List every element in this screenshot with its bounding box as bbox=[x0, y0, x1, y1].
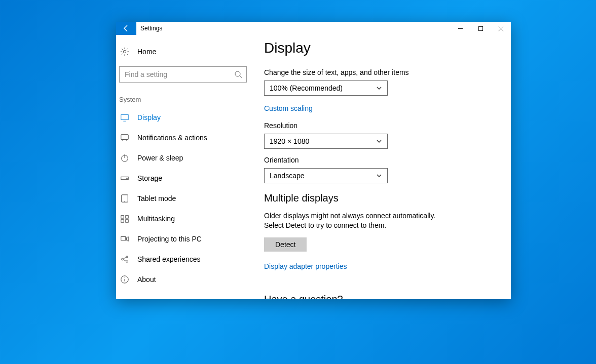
search-icon bbox=[234, 70, 242, 78]
sidebar-item-tablet[interactable]: Tablet mode bbox=[119, 188, 251, 209]
gear-icon bbox=[120, 47, 129, 56]
sidebar-item-projecting[interactable]: Projecting to this PC bbox=[119, 229, 251, 249]
multitasking-icon bbox=[120, 214, 129, 223]
svg-rect-11 bbox=[121, 220, 124, 222]
sidebar-item-shared[interactable]: Shared experiences bbox=[119, 249, 251, 269]
adapter-link[interactable]: Display adapter properties bbox=[264, 262, 347, 270]
chevron-down-icon bbox=[376, 138, 382, 144]
content-pane: Display Change the size of text, apps, a… bbox=[254, 35, 511, 299]
svg-rect-3 bbox=[121, 115, 128, 120]
power-icon bbox=[120, 153, 129, 163]
sidebar-item-label: About bbox=[137, 275, 156, 284]
page-title: Display bbox=[264, 40, 499, 56]
minimize-icon bbox=[458, 26, 463, 31]
sidebar-item-label: Storage bbox=[137, 174, 162, 182]
storage-icon bbox=[120, 174, 129, 183]
sidebar: Home System Display Notifications & acti… bbox=[116, 35, 254, 299]
svg-rect-9 bbox=[121, 216, 124, 218]
sidebar-item-label: Tablet mode bbox=[137, 194, 176, 203]
notifications-icon bbox=[120, 133, 129, 142]
sidebar-item-storage[interactable]: Storage bbox=[119, 168, 251, 188]
orientation-label: Orientation bbox=[264, 156, 499, 164]
detect-button[interactable]: Detect bbox=[264, 237, 307, 252]
svg-rect-13 bbox=[121, 237, 126, 240]
svg-point-1 bbox=[123, 50, 126, 53]
section-label: System bbox=[119, 96, 251, 103]
svg-point-16 bbox=[126, 261, 128, 263]
multiple-displays-heading: Multiple displays bbox=[264, 192, 499, 204]
shared-icon bbox=[120, 255, 129, 264]
window-title: Settings bbox=[136, 22, 450, 35]
chevron-down-icon bbox=[376, 173, 382, 179]
search-box[interactable] bbox=[119, 66, 247, 83]
scale-dropdown[interactable]: 100% (Recommended) bbox=[264, 80, 388, 96]
display-icon bbox=[120, 113, 129, 122]
orientation-dropdown[interactable]: Landscape bbox=[264, 168, 388, 183]
svg-point-15 bbox=[126, 256, 128, 258]
sidebar-item-label: Shared experiences bbox=[137, 255, 201, 263]
close-icon bbox=[498, 26, 504, 31]
projecting-icon bbox=[120, 234, 129, 244]
resolution-dropdown[interactable]: 1920 × 1080 bbox=[264, 134, 388, 149]
resolution-value: 1920 × 1080 bbox=[270, 137, 309, 145]
home-label: Home bbox=[137, 48, 156, 56]
sidebar-item-label: Display bbox=[137, 113, 161, 122]
sidebar-item-label: Projecting to this PC bbox=[137, 235, 202, 243]
chevron-down-icon bbox=[376, 85, 382, 91]
back-button[interactable] bbox=[116, 22, 136, 35]
svg-rect-10 bbox=[126, 216, 128, 218]
body-area: Home System Display Notifications & acti… bbox=[116, 35, 511, 299]
svg-rect-0 bbox=[478, 26, 482, 30]
settings-window: Settings Home System bbox=[116, 22, 511, 299]
sidebar-item-label: Notifications & actions bbox=[137, 134, 207, 142]
sidebar-item-power[interactable]: Power & sleep bbox=[119, 148, 251, 168]
window-controls bbox=[450, 22, 511, 35]
maximize-button[interactable] bbox=[470, 22, 491, 35]
maximize-icon bbox=[478, 26, 483, 31]
scale-value: 100% (Recommended) bbox=[270, 84, 343, 92]
minimize-button[interactable] bbox=[450, 22, 470, 35]
question-heading: Have a question? bbox=[264, 294, 499, 299]
scale-label: Change the size of text, apps, and other… bbox=[264, 68, 499, 76]
custom-scaling-link[interactable]: Custom scaling bbox=[264, 104, 313, 112]
sidebar-item-display[interactable]: Display bbox=[119, 107, 251, 128]
titlebar: Settings bbox=[116, 22, 511, 35]
close-button[interactable] bbox=[491, 22, 511, 35]
resolution-label: Resolution bbox=[264, 122, 499, 130]
sidebar-item-label: Multitasking bbox=[137, 215, 175, 223]
svg-rect-12 bbox=[126, 220, 128, 222]
about-icon bbox=[120, 275, 129, 284]
svg-point-14 bbox=[122, 258, 124, 260]
search-input[interactable] bbox=[125, 70, 234, 78]
sidebar-item-notifications[interactable]: Notifications & actions bbox=[119, 128, 251, 148]
svg-point-7 bbox=[127, 178, 128, 179]
multiple-displays-text: Older displays might not always connect … bbox=[264, 211, 457, 230]
sidebar-item-about[interactable]: About bbox=[119, 269, 251, 290]
tablet-icon bbox=[120, 194, 129, 203]
arrow-left-icon bbox=[122, 24, 130, 32]
sidebar-item-multitasking[interactable]: Multitasking bbox=[119, 209, 251, 229]
sidebar-item-label: Power & sleep bbox=[137, 154, 183, 162]
svg-rect-4 bbox=[121, 135, 128, 140]
home-nav[interactable]: Home bbox=[119, 44, 251, 59]
svg-point-2 bbox=[235, 71, 240, 76]
orientation-value: Landscape bbox=[270, 172, 305, 180]
